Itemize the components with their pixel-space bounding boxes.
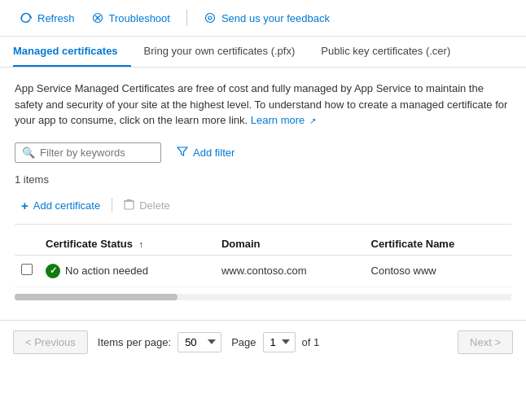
col-domain: Domain [215, 233, 365, 256]
refresh-label: Refresh [37, 12, 75, 24]
description-text: App Service Managed Certificates are fre… [15, 81, 511, 129]
refresh-icon [20, 11, 33, 24]
of-label: of 1 [302, 336, 320, 348]
svg-point-3 [205, 14, 214, 23]
items-per-page-label: Items per page: [98, 336, 171, 348]
learn-more-link[interactable]: Learn more ↗ [251, 114, 316, 126]
page-select[interactable]: 1 [263, 332, 296, 352]
add-filter-button[interactable]: Add filter [169, 142, 242, 164]
col-checkbox [15, 233, 39, 256]
filter-input-wrap[interactable]: 🔍 [15, 142, 161, 163]
svg-point-4 [208, 16, 212, 20]
delete-label: Delete [139, 199, 170, 212]
scrollbar-thumb[interactable] [15, 294, 178, 300]
filter-bar: 🔍 Add filter [15, 142, 511, 164]
page-selector: Page 1 of 1 [231, 332, 319, 352]
previous-button[interactable]: < Previous [13, 330, 88, 354]
add-certificate-label: Add certificate [33, 199, 100, 212]
row-checkbox[interactable] [21, 264, 33, 275]
col-cert-name: Certificate Name [365, 233, 511, 256]
horizontal-scrollbar[interactable] [15, 294, 511, 300]
delete-button[interactable]: Delete [117, 195, 177, 216]
row-cert-name-cell: Contoso www [365, 255, 511, 287]
svg-rect-5 [125, 201, 134, 209]
action-bar: + Add certificate Delete [15, 195, 511, 225]
add-icon: + [21, 199, 28, 212]
tabs: Managed certificates Bring your own cert… [0, 37, 526, 68]
tab-managed-certificates[interactable]: Managed certificates [13, 37, 131, 67]
row-status-cell: No action needed [39, 255, 215, 287]
tab-cer-certificates[interactable]: Public key certificates (.cer) [308, 37, 463, 67]
sort-arrow-icon: ↑ [139, 239, 144, 249]
feedback-label: Send us your feedback [221, 12, 330, 24]
delete-icon [124, 199, 134, 212]
status-success-icon [46, 264, 60, 278]
toolbar: Refresh Troubleshoot Send us your feedba… [0, 0, 526, 37]
items-count: 1 items [15, 173, 511, 186]
pagination-footer: < Previous Items per page: 50 10 20 100 … [0, 320, 526, 364]
status-label: No action needed [65, 265, 148, 277]
col-status[interactable]: Certificate Status ↑ [39, 233, 215, 256]
external-link-icon: ↗ [309, 116, 316, 125]
troubleshoot-label: Troubleshoot [109, 12, 170, 24]
page-label: Page [231, 336, 256, 348]
row-checkbox-cell [15, 255, 39, 287]
search-icon: 🔍 [22, 147, 35, 159]
filter-input[interactable] [40, 147, 154, 159]
items-per-page: Items per page: 50 10 20 100 [98, 332, 221, 352]
next-button[interactable]: Next > [458, 330, 513, 354]
tab-pfx-certificates[interactable]: Bring your own certificates (.pfx) [131, 37, 309, 67]
toolbar-divider [186, 10, 187, 26]
filter-icon [177, 146, 188, 160]
feedback-button[interactable]: Send us your feedback [197, 8, 336, 28]
add-filter-label: Add filter [193, 147, 235, 159]
refresh-button[interactable]: Refresh [13, 8, 81, 28]
row-domain-cell: www.contoso.com [215, 255, 365, 287]
add-certificate-button[interactable]: + Add certificate [15, 195, 107, 216]
table-header-row: Certificate Status ↑ Domain Certificate … [15, 233, 511, 256]
table-row: No action needed www.contoso.com Contoso… [15, 255, 511, 287]
items-per-page-select[interactable]: 50 10 20 100 [178, 332, 221, 352]
action-divider [112, 198, 112, 212]
troubleshoot-icon [91, 11, 104, 24]
main-content: App Service Managed Certificates are fre… [0, 68, 526, 313]
status-cell: No action needed [46, 264, 208, 278]
troubleshoot-button[interactable]: Troubleshoot [85, 8, 177, 28]
certificates-table: Certificate Status ↑ Domain Certificate … [15, 233, 511, 287]
feedback-icon [204, 11, 217, 24]
